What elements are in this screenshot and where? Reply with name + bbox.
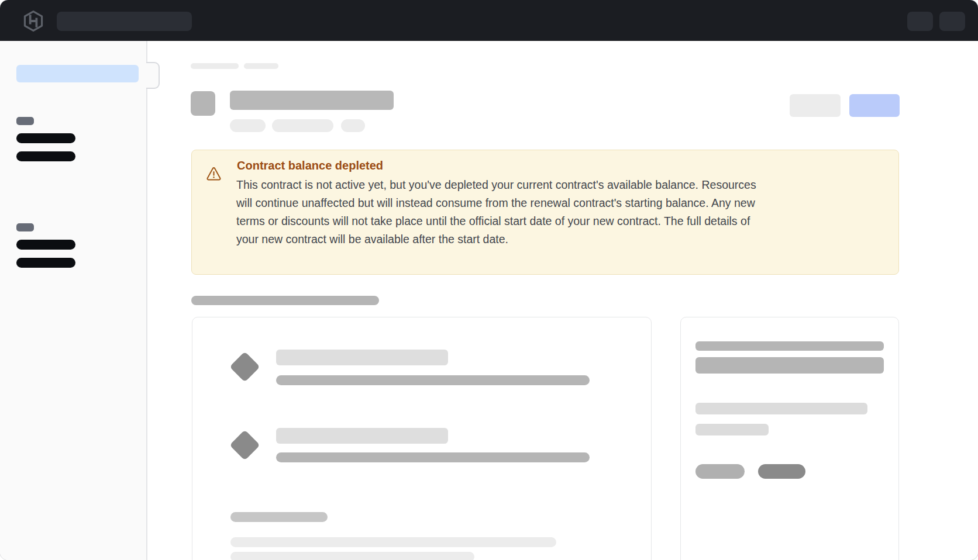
global-search-input-skeleton[interactable] [57,12,192,31]
sidebar-section-label-skeleton [16,117,34,125]
sidebar-collapse-handle[interactable] [146,62,160,89]
page-meta-badge-skeleton [230,119,266,132]
secondary-action-button-skeleton[interactable] [790,94,841,117]
summary-primary-button-skeleton[interactable] [758,464,805,479]
help-menu-button-skeleton[interactable] [907,12,933,31]
summary-text-skeleton [695,403,867,414]
page-meta-badge-skeleton [272,119,333,132]
card-footer-label-skeleton [230,512,328,522]
summary-secondary-button-skeleton[interactable] [695,464,745,479]
summary-text-skeleton [695,424,769,435]
summary-title-skeleton [695,357,884,374]
page-title-skeleton [230,91,394,110]
warning-triangle-icon [206,166,222,182]
resource-diamond-icon [229,351,260,382]
alert-body-line: This contract is not active yet, but you… [236,176,891,194]
contract-balance-alert: Contract balance depleted This contract … [191,150,899,275]
breadcrumb-item-skeleton [244,63,278,69]
sidebar-item-skeleton[interactable] [16,133,75,143]
app-window: Contract balance depleted This contract … [0,0,978,560]
hashicorp-logo-icon [22,10,44,32]
user-menu-button-skeleton[interactable] [939,12,965,31]
resource-list-card [192,317,652,560]
alert-body: This contract is not active yet, but you… [236,176,891,248]
sidebar-active-item-skeleton[interactable] [16,65,139,82]
list-item-subtitle-skeleton [276,375,590,385]
sidebar-item-skeleton[interactable] [16,151,75,161]
summary-card [680,317,899,560]
alert-body-line: your new contract will be available afte… [236,230,891,248]
section-heading-skeleton [191,296,379,305]
breadcrumb-item-skeleton [191,63,239,69]
top-nav-bar [0,0,978,41]
sidebar [0,41,147,560]
page-icon-skeleton [191,91,215,116]
page-meta-badge-skeleton [341,119,365,132]
sidebar-section-label-skeleton [16,223,34,231]
list-item-title-skeleton [276,350,448,365]
list-item-subtitle-skeleton [276,452,590,462]
alert-title: Contract balance depleted [237,157,383,174]
alert-body-line: terms or discounts will not take place u… [236,212,891,230]
list-item-title-skeleton [276,428,448,444]
resource-diamond-icon [229,430,260,460]
summary-title-skeleton [695,341,884,351]
primary-action-button-skeleton[interactable] [849,94,900,117]
card-footer-text-skeleton [230,552,474,560]
sidebar-item-skeleton[interactable] [16,240,75,250]
card-footer-text-skeleton [230,537,556,547]
sidebar-item-skeleton[interactable] [16,258,75,268]
alert-body-line: will continue unaffected but will instea… [236,194,891,212]
